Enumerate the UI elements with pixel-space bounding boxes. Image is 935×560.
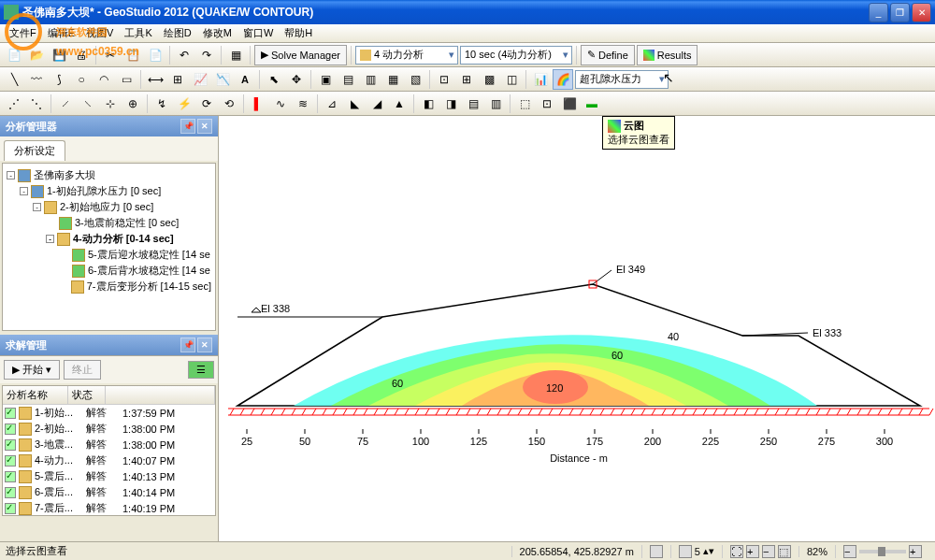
menu-tools[interactable]: 工具K xyxy=(119,24,157,42)
s25-icon[interactable]: ▬ xyxy=(582,93,602,114)
paste-icon[interactable]: 📄 xyxy=(145,45,165,65)
solve-row[interactable]: 2-初始...解答1:38:00 PM xyxy=(3,421,215,437)
region-icon[interactable]: ▣ xyxy=(315,69,336,90)
tree-item[interactable]: -2-初始地应力 [0 sec] xyxy=(7,199,211,215)
graph2-icon[interactable]: 📉 xyxy=(212,69,233,90)
s12-icon[interactable]: ∿ xyxy=(270,93,291,114)
tree-item[interactable]: 7-震后变形分析 [14-15 sec] xyxy=(7,279,211,294)
curve-icon[interactable]: ⟆ xyxy=(49,69,69,90)
s17-icon[interactable]: ▲ xyxy=(389,93,410,114)
chart-icon[interactable]: 📊 xyxy=(530,69,551,90)
circle-icon[interactable]: ○ xyxy=(71,69,92,90)
menu-view[interactable]: 视图V xyxy=(80,24,119,42)
time-combo[interactable]: 10 sec (4动力分析) xyxy=(460,46,572,65)
copy-icon[interactable]: 📋 xyxy=(122,45,143,65)
results-button[interactable]: Results xyxy=(637,45,698,65)
region5-icon[interactable]: ▧ xyxy=(405,69,425,90)
cut-icon[interactable]: ✂ xyxy=(100,45,121,65)
tree-item[interactable]: -1-初始孔隙水压力 [0 sec] xyxy=(7,183,211,199)
line-icon[interactable]: ╲ xyxy=(4,69,24,90)
s9-icon[interactable]: ⟳ xyxy=(196,93,217,114)
zoom-fit-icon[interactable]: ⛶ xyxy=(730,545,743,558)
s22-icon[interactable]: ⬚ xyxy=(514,93,535,114)
s19-icon[interactable]: ◨ xyxy=(440,93,461,114)
axis-icon[interactable]: ⊞ xyxy=(167,69,188,90)
panel-pin2-icon[interactable]: 📌 xyxy=(180,337,195,352)
s5-icon[interactable]: ⊹ xyxy=(100,93,121,114)
drawing-canvas[interactable]: 云图 选择云图查看 El 338 El 349 El 333 60 60 xyxy=(219,116,935,541)
new-icon[interactable]: 📄 xyxy=(4,45,24,65)
redo-icon[interactable]: ↷ xyxy=(196,45,217,65)
close-button[interactable]: ✕ xyxy=(912,3,931,22)
menu-draw[interactable]: 绘图D xyxy=(158,24,197,42)
define-button[interactable]: ✎ Define xyxy=(581,45,635,65)
s14-icon[interactable]: ⊿ xyxy=(322,93,342,114)
s10-icon[interactable]: ⟲ xyxy=(219,93,239,114)
mesh2-icon[interactable]: ⊞ xyxy=(456,69,477,90)
zoom-plus-icon[interactable]: + xyxy=(909,545,922,558)
solve-row[interactable]: 3-地震...解答1:38:00 PM xyxy=(3,437,215,452)
panel-close2-icon[interactable]: ✕ xyxy=(197,337,212,352)
tree-item[interactable]: -4-动力分析 [0-14 sec] xyxy=(7,231,211,247)
dim-icon[interactable]: ⟷ xyxy=(145,69,165,90)
pan-icon[interactable]: ✥ xyxy=(286,69,307,90)
solve-row[interactable]: 6-震后...解答1:40:14 PM xyxy=(3,484,215,500)
zoom-in-icon[interactable]: + xyxy=(746,545,759,558)
grid-icon[interactable]: ▦ xyxy=(225,45,246,65)
s16-icon[interactable]: ◢ xyxy=(367,93,387,114)
snap-toggle-icon[interactable] xyxy=(679,545,692,558)
region4-icon[interactable]: ▦ xyxy=(382,69,403,90)
grid-toggle-icon[interactable] xyxy=(650,545,663,558)
s20-icon[interactable]: ▤ xyxy=(463,93,483,114)
contour-icon[interactable]: 🌈 xyxy=(553,69,573,90)
save-icon[interactable]: 💾 xyxy=(49,45,69,65)
s13-icon[interactable]: ≋ xyxy=(293,93,313,114)
s8-icon[interactable]: ⚡ xyxy=(174,93,194,114)
s11-icon[interactable]: ▌ xyxy=(248,93,268,114)
mesh-icon[interactable]: ⊡ xyxy=(434,69,454,90)
s15-icon[interactable]: ◣ xyxy=(344,93,365,114)
panel-close-icon[interactable]: ✕ xyxy=(197,119,212,134)
menu-edit[interactable]: 编辑E xyxy=(42,24,80,42)
analysis-combo[interactable]: 4 动力分析 xyxy=(355,46,458,65)
s23-icon[interactable]: ⊡ xyxy=(537,93,557,114)
s1-icon[interactable]: ⋰ xyxy=(4,93,24,114)
s7-icon[interactable]: ↯ xyxy=(151,93,172,114)
zoom-window-icon[interactable]: ⬚ xyxy=(778,545,791,558)
region3-icon[interactable]: ▥ xyxy=(360,69,381,90)
mesh3-icon[interactable]: ▩ xyxy=(479,69,499,90)
tab-analysis-settings[interactable]: 分析设定 xyxy=(4,140,65,161)
print-icon[interactable]: 🖨 xyxy=(71,45,92,65)
tree-item[interactable]: 5-震后迎水坡稳定性 [14 se xyxy=(7,247,211,263)
region2-icon[interactable]: ▤ xyxy=(338,69,358,90)
s24-icon[interactable]: ⬛ xyxy=(559,93,580,114)
s3-icon[interactable]: ⟋ xyxy=(55,93,76,114)
mesh4-icon[interactable]: ◫ xyxy=(501,69,522,90)
s2-icon[interactable]: ⋱ xyxy=(26,93,47,114)
s18-icon[interactable]: ◧ xyxy=(418,93,439,114)
solve-row[interactable]: 4-动力...解答1:40:07 PM xyxy=(3,452,215,468)
zoom-minus-icon[interactable]: − xyxy=(843,545,856,558)
maximize-button[interactable]: ❐ xyxy=(890,3,910,22)
solve-row[interactable]: 7-震后...解答1:40:19 PM xyxy=(3,500,215,516)
panel-pin-icon[interactable]: 📌 xyxy=(180,119,195,134)
menu-help[interactable]: 帮助H xyxy=(279,24,318,42)
start-button[interactable]: ▶ 开始 ▾ xyxy=(4,360,60,380)
undo-icon[interactable]: ↶ xyxy=(174,45,194,65)
solve-options-icon[interactable]: ☰ xyxy=(188,361,214,379)
menu-modify[interactable]: 修改M xyxy=(197,24,237,42)
graph-icon[interactable]: 📈 xyxy=(190,69,210,90)
analysis-tree[interactable]: -圣佛南多大坝 -1-初始孔隙水压力 [0 sec]-2-初始地应力 [0 se… xyxy=(3,164,215,298)
menu-file[interactable]: 文件F xyxy=(4,24,42,42)
tree-item[interactable]: 6-震后背水坡稳定性 [14 se xyxy=(7,263,211,279)
open-icon[interactable]: 📂 xyxy=(26,45,47,65)
s6-icon[interactable]: ⊕ xyxy=(122,93,143,114)
solve-manager-button[interactable]: ▶ Solve Manager xyxy=(254,45,347,65)
polyline-icon[interactable]: 〰 xyxy=(26,69,47,90)
solve-row[interactable]: 1-初始...解答1:37:59 PM xyxy=(3,405,215,421)
stop-button[interactable]: 终止 xyxy=(64,360,101,380)
contour-type-combo[interactable]: 超孔隙水压力 xyxy=(575,70,669,89)
rect-icon[interactable]: ▭ xyxy=(116,69,137,90)
select-icon[interactable]: ⬉ xyxy=(264,69,284,90)
solve-row[interactable]: 5-震后...解答1:40:13 PM xyxy=(3,468,215,484)
